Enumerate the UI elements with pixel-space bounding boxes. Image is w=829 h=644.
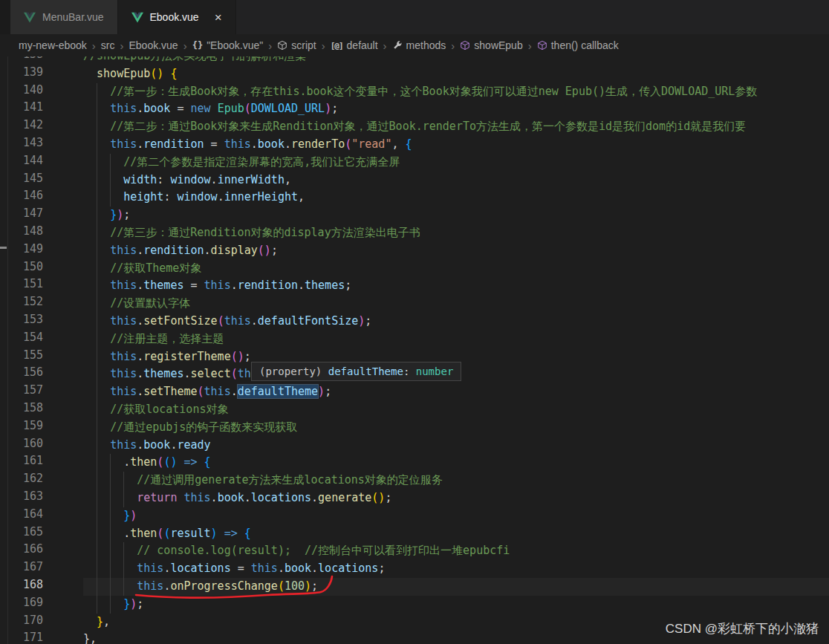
chevron-right-icon: › [528,39,532,52]
code-line-160[interactable]: this.book.ready [83,437,829,455]
code-token: . [137,350,143,363]
code-line-145[interactable]: width: window.innerWidth, [83,172,829,189]
code-line-161[interactable]: .then(() => { [83,454,829,472]
code-line-164[interactable]: }) [83,507,829,525]
code-token: rendition [238,279,298,292]
line-number: 155 [7,348,43,366]
code-line-146[interactable]: height: window.innerHeight, [83,189,829,206]
line-number: 140 [7,83,43,101]
code-token: "read" [351,137,391,151]
code-line-151[interactable]: this.themes = this.rendition.themes; [83,277,829,295]
code-line-166[interactable]: // console.log(result); //控制台中可以看到打印出一堆e… [83,542,829,560]
code-token: innerHeight [224,190,298,204]
code-line-141[interactable]: this.book = new Epub(DOWLOAD_URL); [83,100,829,118]
code-line-153[interactable]: this.setFontSize(this.defaultFontSize); [83,313,829,331]
code-token: locations [170,562,230,575]
code-token: display [211,244,258,257]
code-line-162[interactable]: //通过调用generate方法来生成locations对象的定位服务 [83,472,829,489]
code-token: defaultTheme [238,385,318,398]
editor: 1381391401411421431441451461471481491501… [7,48,829,644]
tooltip-text: defaultTheme [328,365,403,377]
fold-marker[interactable] [0,247,7,249]
breadcrumb-item-my-new-ebook[interactable]: my-new-ebook [19,39,87,51]
code-token: . [231,279,238,292]
breadcrumb-item-script[interactable]: script [277,39,316,51]
code-line-139[interactable]: showEpub() { [83,65,829,83]
code-token: } [97,615,103,628]
code-line-147[interactable]: }); [83,206,829,224]
code-token: this [110,314,137,328]
code-token: . [123,527,130,540]
line-number: 171 [7,631,43,644]
code-token: ; [325,385,331,398]
code-line-154[interactable]: //注册主题，选择主题 [83,331,829,348]
code-line-157[interactable]: this.setTheme(this.defaultTheme); [83,383,829,401]
code-token: 100 [285,579,305,593]
tab-ebook-vue[interactable]: Ebook.vue × [118,0,236,34]
code-line-149[interactable]: this.rendition.display(); [83,242,829,260]
code-line-150[interactable]: //获取Theme对象 [83,260,829,278]
code-line-140[interactable]: //第一步：生成Book对象，存在this.book这个变量中，这个Book对象… [83,83,829,101]
vscode-window: 1381391401411421431441451461471481491501… [0,0,829,644]
breadcrumb-item-ebook-vue[interactable]: Ebook.vue [129,39,178,51]
code-token: this [110,367,137,380]
line-number: 148 [7,224,43,242]
breadcrumb-item--ebook-vue-[interactable]: {}"Ebook.vue" [192,39,264,51]
code-line-168[interactable]: this.onProgressChange(100); [83,578,829,596]
code-line-148[interactable]: //第三步：通过Rendition对象的display方法渲染出电子书 [83,224,829,242]
code-token: ; [244,350,251,363]
code-token: // console.log(result); //控制台中可以看到打印出一堆e… [137,544,510,557]
code-line-158[interactable]: //获取locations对象 [83,401,829,419]
code-token: : [157,173,170,186]
breadcrumb: my-new-ebook›src›Ebook.vue›{}"Ebook.vue"… [0,34,829,56]
breadcrumb-item-showepub[interactable]: showEpub [460,39,522,51]
code-line-142[interactable]: //第二步：通过Book对象来生成Rendition对象，通过Book.rend… [83,118,829,136]
code-token: window [177,190,217,204]
code-token: ) [305,579,311,593]
line-number: 146 [7,189,43,206]
tooltip-text: : [403,365,416,377]
breadcrumb-item-src[interactable]: src [101,39,115,51]
breadcrumb-label: default [347,39,378,51]
code-token: () [371,491,385,504]
line-number: 144 [7,154,43,172]
line-number: 157 [7,383,43,401]
code-token: . [311,491,318,504]
code-token: this [137,562,163,575]
code-line-167[interactable]: this.locations = this.book.locations; [83,560,829,578]
code-line-163[interactable]: return this.book.locations.generate(); [83,489,829,507]
breadcrumb-item-then-callback[interactable]: then() callback [537,39,619,51]
code-line-165[interactable]: .then((result) => { [83,525,829,543]
code-line-169[interactable]: }); [83,596,829,614]
code-token: this [224,314,251,328]
code-line-144[interactable]: //第二个参数是指定渲染屏幕的宽高,我们让它充满全屏 [83,154,829,172]
tab-bar: MenuBar.vue Ebook.vue × [0,0,829,34]
line-number: 150 [7,260,43,278]
code-token: . [137,102,143,115]
code-line-159[interactable]: //通过epubjs的钩子函数来实现获取 [83,419,829,437]
code-token: themes [305,279,345,292]
code-token: defaultFontSize [258,314,358,328]
code-token: ) [130,597,137,611]
code-token: themes [143,367,183,380]
breadcrumb-label: script [291,39,316,51]
code-token: . [251,137,258,151]
code-token: ; [378,562,385,575]
breadcrumb-item-default[interactable]: [@]default [331,39,378,51]
code-token: themes [143,279,183,292]
code-token: ( [218,314,224,328]
code-token: this [204,385,231,398]
code-line-152[interactable]: //设置默认字体 [83,295,829,313]
breadcrumb-item-methods[interactable]: methods [392,39,446,51]
close-icon[interactable]: × [215,11,222,24]
code-token: { [204,455,211,469]
code-token: setTheme [143,385,197,398]
breadcrumb-label: src [101,39,115,51]
code-token: book [143,102,170,115]
code-token: //注册主题，选择主题 [110,332,224,345]
code-token: . [285,137,291,151]
tab-menubar-vue[interactable]: MenuBar.vue [10,0,118,34]
code-token: this [110,244,137,257]
code-token: result [170,527,210,540]
code-line-143[interactable]: this.rendition = this.book.renderTo("rea… [83,136,829,154]
